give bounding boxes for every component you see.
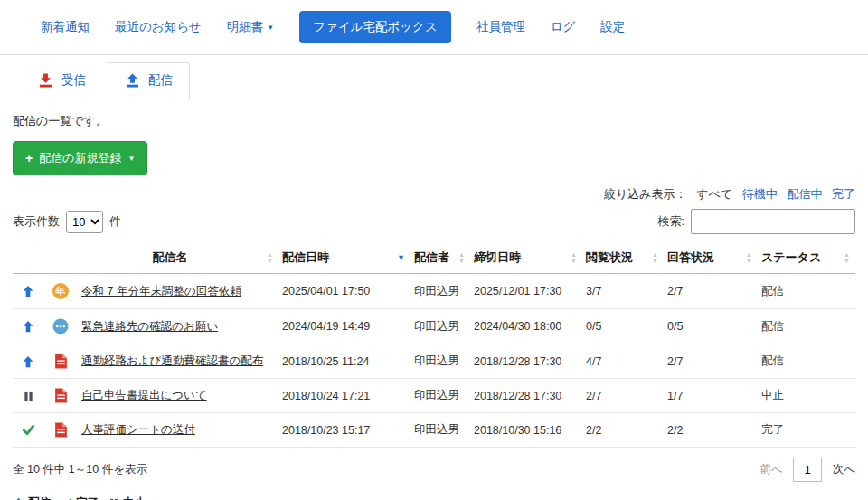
year-end-delivery-icon: 年 (52, 283, 69, 299)
column-label: ステータス (761, 250, 821, 264)
delivery-views: 2/2 (582, 413, 664, 448)
nav-item-label: 明細書 (227, 20, 264, 33)
delivery-status: 完了 (758, 413, 855, 448)
legend-stopped: 中止 (108, 495, 146, 500)
delivery-name-link[interactable]: 自己申告書提出について (81, 389, 207, 401)
delivering-state-icon (22, 355, 34, 368)
chevron-down-icon: ▼ (267, 24, 274, 32)
delivery-status: 中止 (758, 379, 855, 413)
nav-item-log[interactable]: ログ (551, 19, 576, 35)
sort-icon: ▲▼ (571, 252, 577, 264)
type-column-header (43, 242, 78, 274)
page-number-button[interactable]: 1 (793, 458, 821, 482)
legend-label: 完了 (76, 495, 99, 500)
delivery-sender: 印田込男 (410, 344, 470, 379)
delivery-name-link[interactable]: 通勤経路および通勤費確認書の配布 (81, 354, 263, 367)
table-header-row: 配信名▲▼ 配信日時▼ 配信者▲▼ 締切日時▲▼ 閲覧状況▲▼ 回答状況▲▼ ス… (13, 242, 855, 274)
pagination: 前へ 1 次へ (760, 458, 855, 482)
column-header-status[interactable]: ステータス▲▼ (758, 242, 855, 274)
nav-item-file-delivery-box[interactable]: ファイル宅配ボックス (299, 11, 451, 43)
nav-item-employee-management[interactable]: 社員管理 (476, 19, 525, 35)
column-header-deadline[interactable]: 締切日時▲▼ (470, 242, 582, 274)
tab-receive-label: 受信 (61, 72, 86, 89)
sort-icon: ▲▼ (267, 252, 273, 264)
delivery-name-link[interactable]: 人事評価シートの送付 (81, 423, 195, 436)
delivery-status: 配信 (758, 309, 855, 344)
plus-icon: + (25, 152, 33, 165)
column-header-views[interactable]: 閲覧状況▲▼ (582, 242, 664, 274)
new-delivery-button-label: 配信の新規登録 (39, 150, 121, 166)
status-legend: 配信 完了 中止 (13, 495, 855, 500)
filter-row: 絞り込み表示： すべて 待機中 配信中 完了 (13, 186, 855, 203)
nav-item-statements[interactable]: 明細書▼ (227, 19, 274, 35)
page-size-control: 表示件数 10 件 (13, 211, 121, 233)
next-page-button[interactable]: 次へ (833, 462, 855, 477)
tab-deliver[interactable]: 配信 (108, 62, 190, 99)
delivery-table: 配信名▲▼ 配信日時▼ 配信者▲▼ 締切日時▲▼ 閲覧状況▲▼ 回答状況▲▼ ス… (13, 242, 855, 448)
column-label: 配信者 (414, 250, 449, 264)
page-size-select[interactable]: 10 (66, 211, 103, 233)
table-row: 年 令和 7 年分年末調整の回答依頼 2025/04/01 17:50 印田込男… (13, 274, 855, 309)
nav-item-recent-news[interactable]: 最近のお知らせ (115, 19, 202, 35)
filter-all[interactable]: すべて (696, 187, 732, 201)
file-delivery-icon (54, 422, 68, 438)
table-row: 人事評価シートの送付 2018/10/23 15:17 印田込男 2018/10… (13, 413, 855, 448)
sort-icon: ▲▼ (652, 252, 658, 264)
delivery-date: 2024/04/19 14:49 (278, 309, 410, 344)
download-icon (38, 73, 53, 88)
filter-done[interactable]: 完了 (832, 187, 855, 201)
search-input[interactable] (691, 209, 855, 234)
delivery-date: 2018/10/24 17:21 (278, 379, 410, 413)
filter-waiting[interactable]: 待機中 (742, 187, 778, 201)
delivery-date: 2025/04/01 17:50 (278, 274, 410, 309)
tab-strip: 受信 配信 (0, 54, 868, 99)
nav-item-settings[interactable]: 設定 (600, 19, 625, 35)
filter-delivering[interactable]: 配信中 (787, 187, 822, 201)
chevron-down-icon: ▼ (128, 155, 136, 163)
file-delivery-icon (54, 354, 68, 369)
filter-label: 絞り込み表示： (604, 187, 687, 201)
delivery-answers: 2/2 (664, 413, 758, 448)
delivery-name-link[interactable]: 令和 7 年分年末調整の回答依頼 (81, 285, 241, 297)
table-row: 自己申告書提出について 2018/10/24 17:21 印田込男 2018/1… (13, 379, 855, 413)
sort-icon: ▲▼ (746, 252, 752, 264)
stopped-state-icon (23, 391, 34, 402)
delivery-name-link[interactable]: 緊急連絡先の確認のお願い (81, 320, 218, 333)
page-description: 配信の一覧です。 (13, 113, 855, 129)
column-header-sender[interactable]: 配信者▲▼ (410, 242, 470, 274)
delivery-sender: 印田込男 (410, 274, 470, 309)
delivering-state-icon (22, 320, 34, 333)
page-size-unit: 件 (109, 213, 121, 230)
sort-icon: ▲▼ (844, 252, 850, 264)
tab-receive[interactable]: 受信 (22, 63, 102, 99)
state-column-header (13, 242, 43, 274)
delivery-answers: 2/7 (664, 274, 758, 309)
delivery-views: 0/5 (582, 309, 664, 344)
legend-completed: 完了 (61, 495, 99, 500)
legend-label: 中止 (123, 495, 146, 500)
delivery-answers: 1/7 (664, 379, 758, 413)
search-label: 検索: (657, 213, 684, 230)
sort-desc-icon: ▼ (397, 254, 405, 262)
column-label: 配信名 (153, 250, 188, 264)
delivery-views: 4/7 (582, 344, 664, 379)
new-delivery-button[interactable]: + 配信の新規登録 ▼ (13, 141, 147, 175)
column-header-name[interactable]: 配信名▲▼ (78, 242, 278, 274)
delivery-sender: 印田込男 (410, 413, 470, 448)
delivery-answers: 0/5 (664, 309, 758, 344)
prev-page-button[interactable]: 前へ (760, 462, 782, 477)
delivery-sender: 印田込男 (410, 309, 470, 344)
table-row: 通勤経路および通勤費確認書の配布 2018/10/25 11:24 印田込男 2… (13, 344, 855, 379)
sort-icon: ▲▼ (458, 252, 465, 264)
tab-deliver-label: 配信 (148, 72, 173, 89)
column-label: 閲覧状況 (586, 250, 633, 264)
page-size-label: 表示件数 (13, 213, 60, 230)
column-header-date[interactable]: 配信日時▼ (278, 242, 410, 274)
completed-state-icon (22, 423, 35, 437)
nav-item-new-notifications[interactable]: 新着通知 (41, 19, 90, 35)
column-header-answers[interactable]: 回答状況▲▼ (664, 242, 758, 274)
delivery-deadline: 2018/10/30 15:16 (470, 413, 582, 448)
controls-row: 表示件数 10 件 検索: (13, 209, 855, 234)
column-label: 配信日時 (282, 250, 329, 264)
delivery-sender: 印田込男 (410, 379, 470, 413)
